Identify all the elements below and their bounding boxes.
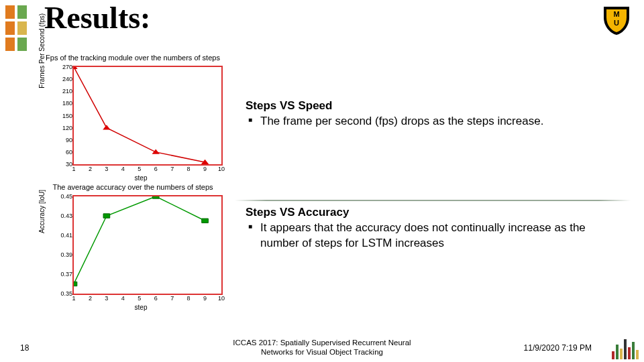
- x-tick: 10: [218, 164, 225, 172]
- note-accuracy: Steps VS Accuracy It appears that the ac…: [246, 205, 623, 251]
- note-body: The frame per second (fps) drops as the …: [246, 114, 623, 129]
- deco-bar: [628, 347, 631, 359]
- x-tick: 6: [154, 294, 158, 302]
- page-title: Results:: [44, 0, 150, 36]
- y-tick: 120: [56, 125, 74, 131]
- y-tick: 270: [56, 64, 74, 70]
- svg-rect-8: [152, 196, 159, 198]
- y-tick: 0.43: [56, 213, 74, 219]
- x-tick: 5: [138, 164, 141, 172]
- footer-line1: ICCAS 2017: Spatially Supervised Recurre…: [233, 339, 411, 347]
- x-tick: 6: [154, 164, 158, 172]
- svg-rect-6: [74, 282, 77, 286]
- x-tick: 5: [138, 294, 141, 302]
- x-tick: 9: [203, 164, 207, 172]
- note-body: It appears that the accuracy does not co…: [246, 221, 623, 251]
- y-tick: 150: [56, 113, 74, 119]
- x-tick: 7: [170, 294, 174, 302]
- y-axis-label: Accuracy [IoU]: [38, 189, 46, 233]
- y-tick: 0.35: [56, 291, 74, 297]
- footer: 18 ICCAS 2017: Spatially Supervised Recu…: [0, 334, 644, 362]
- notes-column: Steps VS Speed The frame per second (fps…: [246, 54, 623, 310]
- x-tick: 1: [72, 164, 75, 172]
- y-tick: 240: [56, 76, 74, 82]
- footer-timestamp: 11/9/2020 7:19 PM: [524, 343, 592, 353]
- plot-area: 0.350.370.390.410.430.4512345678910: [72, 195, 223, 295]
- x-tick: 1: [72, 294, 75, 302]
- deco-bar: [636, 350, 639, 359]
- y-tick: 0.45: [56, 194, 74, 200]
- x-tick: 8: [187, 164, 191, 172]
- chart-title: Fps of the tracking module over the numb…: [32, 54, 233, 62]
- x-tick: 7: [170, 164, 174, 172]
- brand-squares-icon: [5, 5, 27, 51]
- svg-text:U: U: [614, 19, 619, 27]
- deco-bar: [632, 342, 635, 359]
- x-tick: 3: [105, 294, 108, 302]
- x-tick: 3: [105, 164, 108, 172]
- footer-bars-icon: [612, 339, 639, 359]
- deco-bar: [612, 351, 614, 359]
- y-tick: 0.37: [56, 272, 74, 278]
- svg-marker-3: [103, 125, 110, 129]
- note-heading: Steps VS Accuracy: [246, 205, 623, 221]
- logo-sq: [17, 21, 27, 35]
- chart-accuracy: The average accuracy over the numbers of…: [32, 183, 233, 310]
- note-speed: Steps VS Speed The frame per second (fps…: [246, 99, 623, 129]
- y-tick: 30: [56, 162, 74, 168]
- logo-sq: [17, 5, 27, 19]
- content-area: Fps of the tracking module over the numb…: [32, 54, 623, 310]
- x-tick: 8: [187, 294, 191, 302]
- x-tick: 2: [89, 164, 92, 172]
- divider: [235, 200, 631, 201]
- chart-fps: Fps of the tracking module over the numb…: [32, 54, 233, 180]
- y-axis-label: Frames Per Second (fps): [38, 13, 46, 88]
- chart-svg: [74, 196, 221, 294]
- y-tick: 0.39: [56, 252, 74, 258]
- note-heading: Steps VS Speed: [246, 99, 623, 114]
- logo-sq: [5, 21, 15, 35]
- x-tick: 10: [218, 294, 225, 302]
- chart-title: The average accuracy over the numbers of…: [32, 183, 233, 191]
- university-shield-icon: M U: [601, 5, 632, 36]
- x-axis-label: step: [54, 174, 228, 182]
- y-tick: 60: [56, 149, 74, 155]
- deco-bar: [620, 349, 623, 359]
- y-tick: 210: [56, 88, 74, 95]
- x-tick: 2: [89, 294, 92, 302]
- y-tick: 90: [56, 137, 74, 143]
- logo-sq: [17, 38, 27, 51]
- charts-column: Fps of the tracking module over the numb…: [32, 54, 233, 310]
- footer-line2: Networks for Visual Object Tracking: [261, 348, 383, 356]
- svg-marker-2: [74, 67, 78, 69]
- svg-text:M: M: [613, 10, 619, 18]
- x-tick: 9: [203, 294, 207, 302]
- deco-bar: [624, 339, 627, 359]
- x-tick: 4: [121, 294, 125, 302]
- x-axis-label: step: [54, 304, 228, 311]
- x-tick: 4: [121, 164, 125, 172]
- chart-svg: [74, 67, 221, 164]
- deco-bar: [616, 345, 619, 359]
- svg-rect-9: [202, 219, 209, 223]
- y-tick: 180: [56, 101, 74, 107]
- svg-marker-4: [152, 149, 160, 154]
- y-tick: 0.41: [56, 233, 74, 239]
- logo-sq: [5, 5, 15, 19]
- logo-sq: [5, 38, 15, 51]
- plot-area: 30609012015018021024027012345678910: [72, 66, 223, 166]
- svg-rect-7: [103, 214, 110, 218]
